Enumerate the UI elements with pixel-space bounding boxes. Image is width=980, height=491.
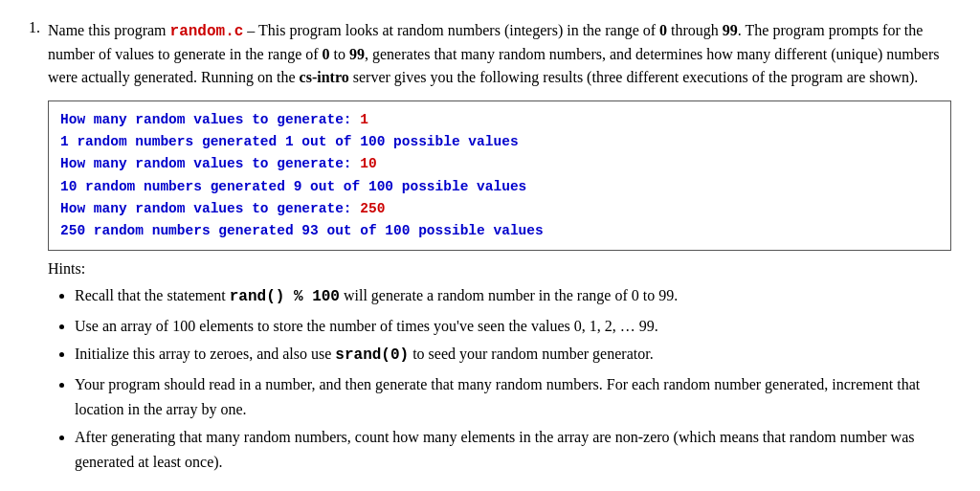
hints-list: Recall that the statement rand() % 100 w…	[48, 283, 951, 474]
intro-part5: to	[330, 46, 349, 62]
hint-1: Recall that the statement rand() % 100 w…	[75, 283, 951, 310]
filename: random.c	[170, 23, 244, 40]
bold4: 99	[349, 46, 365, 62]
code-line-2: 1 random numbers generated 1 out of 100 …	[60, 131, 939, 153]
output-2: 10 random numbers generated 9 out of 100…	[60, 179, 526, 194]
intro-part2: – This program looks at random numbers (…	[243, 22, 659, 38]
code-line-1: How many random values to generate: 1	[60, 109, 939, 131]
problem-content: Name this program random.c – This progra…	[48, 19, 951, 478]
prompt-3: How many random values to generate:	[60, 201, 360, 216]
server-name: cs-intro	[300, 69, 349, 85]
problem-description: Name this program random.c – This progra…	[48, 19, 951, 89]
intro-part3: through	[667, 22, 723, 38]
code-line-6: 250 random numbers generated 93 out of 1…	[60, 220, 939, 242]
hint-4: Your program should read in a number, an…	[75, 372, 951, 421]
code-output-box: How many random values to generate: 1 1 …	[48, 100, 951, 251]
intro-part1: Name this program	[48, 22, 170, 38]
hints-section: Hints: Recall that the statement rand() …	[48, 260, 951, 474]
hint-3-code: srand(0)	[335, 346, 409, 364]
code-line-4: 10 random numbers generated 9 out of 100…	[60, 176, 939, 198]
bold1: 0	[659, 22, 667, 38]
value-3: 250	[360, 201, 385, 216]
problem-number: 1.	[29, 19, 40, 478]
bold2: 99	[723, 22, 738, 38]
hint-2: Use an array of 100 elements to store th…	[75, 314, 951, 339]
hints-label: Hints:	[48, 260, 951, 278]
hint-5: After generating that many random number…	[75, 425, 951, 474]
hint-3: Initialize this array to zeroes, and als…	[75, 342, 951, 368]
problem-container: 1. Name this program random.c – This pro…	[29, 19, 951, 478]
prompt-1: How many random values to generate:	[60, 112, 360, 127]
intro-part7: server gives you the following results (…	[349, 69, 919, 85]
output-3: 250 random numbers generated 93 out of 1…	[60, 223, 544, 238]
bold3: 0	[323, 46, 330, 62]
prompt-2: How many random values to generate:	[60, 156, 360, 171]
hint-1-code: rand() % 100	[230, 288, 340, 305]
output-1: 1 random numbers generated 1 out of 100 …	[60, 134, 519, 149]
value-1: 1	[360, 112, 368, 127]
code-line-3: How many random values to generate: 10	[60, 153, 939, 175]
value-2: 10	[360, 156, 376, 171]
code-line-5: How many random values to generate: 250	[60, 198, 939, 220]
